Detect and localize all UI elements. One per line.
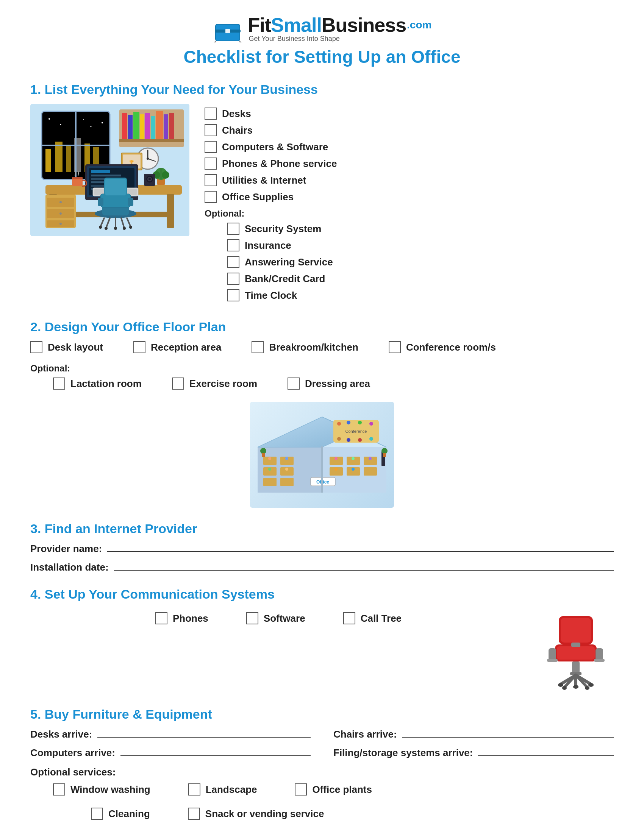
logo-text: FitSmallBusiness .com Get Your Business … [248, 15, 432, 43]
optional-services-row1: Window washing Landscape Office plants [53, 783, 614, 800]
svg-point-125 [369, 422, 373, 426]
chairs-arrive-line: Chairs arrive: [333, 728, 614, 740]
section3: 3. Find an Internet Provider Provider na… [30, 521, 614, 573]
svg-point-127 [347, 438, 350, 442]
svg-rect-81 [128, 198, 134, 206]
svg-rect-33 [119, 139, 184, 142]
svg-text:Conference: Conference [346, 429, 367, 434]
provider-label: Provider name: [30, 543, 102, 555]
svg-point-15 [48, 118, 50, 120]
svg-text:Office: Office [316, 479, 329, 485]
desk-illustration: 🏆 [30, 104, 189, 236]
svg-rect-104 [280, 478, 294, 486]
checkbox-bank[interactable] [227, 273, 240, 285]
checkbox-insurance[interactable] [227, 239, 240, 251]
item-landscape: Landscape [188, 783, 257, 796]
item-conference: Conference room/s [389, 341, 496, 353]
svg-rect-65 [72, 178, 82, 186]
optional-services-section: Optional services: Window washing Landsc… [30, 766, 614, 824]
svg-rect-56 [91, 175, 121, 177]
section2: 2. Design Your Office Floor Plan Desk la… [30, 320, 614, 508]
checkbox-computers[interactable] [204, 141, 217, 153]
section4-body: Phones Software Call Tree [30, 608, 614, 693]
item-lactation: Lactation room [53, 378, 142, 390]
item-utilities: Utilities & Internet [204, 174, 614, 186]
chairs-arrive-input[interactable] [402, 737, 614, 738]
checkbox-chairs[interactable] [204, 124, 217, 136]
page-title: Checklist for Setting Up an Office [184, 47, 460, 67]
svg-point-118 [335, 468, 338, 471]
item-software: Software [246, 612, 305, 624]
optional-services-group: Window washing Landscape Office plants C… [53, 783, 614, 824]
svg-rect-131 [321, 446, 323, 493]
logo-name: FitSmallBusiness [248, 15, 406, 35]
computers-arrive-line: Computers arrive: [30, 747, 311, 759]
checkbox-desk-layout[interactable] [30, 341, 42, 353]
computers-arrive-label: Computers arrive: [30, 747, 115, 759]
desks-arrive-input[interactable] [97, 737, 311, 738]
checkbox-cleaning[interactable] [91, 807, 103, 820]
checkbox-supplies[interactable] [204, 191, 217, 203]
computers-arrive-input[interactable] [121, 755, 311, 756]
svg-rect-32 [169, 113, 174, 140]
floor-illustration-wrap: Office [30, 402, 614, 508]
section2-heading: 2. Design Your Office Floor Plan [30, 320, 614, 334]
checkbox-desks[interactable] [204, 108, 217, 120]
svg-point-108 [285, 468, 288, 471]
svg-rect-156 [571, 643, 580, 647]
checkbox-window-washing[interactable] [53, 783, 65, 796]
checkbox-exercise[interactable] [172, 378, 184, 390]
svg-point-107 [268, 468, 271, 471]
logo-com: .com [407, 19, 431, 31]
section4-heading: 4. Set Up Your Communication Systems [30, 587, 614, 601]
checkbox-timeclock[interactable] [227, 289, 240, 301]
section2-main-items: Desk layout Reception area Breakroom/kit… [30, 341, 614, 358]
checkbox-dressing[interactable] [288, 378, 299, 390]
checkbox-phones-comm[interactable] [155, 612, 167, 624]
checkbox-security[interactable] [227, 223, 240, 235]
item-chairs: Chairs [204, 124, 614, 136]
checkbox-utilities[interactable] [204, 174, 217, 186]
item-snack-vending: Snack or vending service [188, 807, 324, 820]
item-answering: Answering Service [227, 256, 614, 268]
svg-rect-80 [98, 198, 103, 206]
svg-point-154 [562, 686, 567, 690]
checkbox-office-plants[interactable] [295, 783, 307, 796]
checkbox-breakroom[interactable] [251, 341, 264, 353]
svg-rect-134 [262, 453, 265, 457]
checkbox-answering[interactable] [227, 256, 240, 268]
svg-point-90 [105, 227, 108, 230]
svg-point-123 [347, 421, 350, 425]
checkbox-reception[interactable] [134, 341, 145, 353]
svg-point-91 [123, 227, 126, 230]
svg-point-132 [260, 448, 266, 454]
svg-rect-31 [164, 114, 168, 140]
item-window-washing: Window washing [53, 783, 150, 796]
svg-point-89 [129, 226, 132, 229]
item-breakroom: Breakroom/kitchen [251, 341, 358, 353]
chairs-arrive-label: Chairs arrive: [333, 728, 397, 740]
checkbox-landscape[interactable] [188, 783, 200, 796]
checkbox-calltree[interactable] [343, 612, 355, 624]
svg-rect-101 [263, 478, 277, 486]
section1: 1. List Everything Your Need for Your Bu… [30, 82, 614, 306]
svg-rect-12 [74, 138, 80, 172]
svg-rect-27 [140, 114, 144, 140]
svg-point-88 [114, 227, 117, 230]
svg-point-50 [60, 212, 62, 215]
section4-content: Phones Software Call Tree [30, 608, 526, 634]
checkbox-conference[interactable] [389, 341, 401, 353]
install-input[interactable] [114, 570, 614, 571]
svg-rect-26 [134, 112, 139, 140]
checkbox-snack-vending[interactable] [188, 807, 200, 820]
section1-optional-group: Security System Insurance Answering Serv… [227, 223, 614, 301]
checkbox-phones[interactable] [204, 158, 217, 170]
checkbox-software[interactable] [246, 612, 258, 624]
optional-label-2: Optional: [30, 363, 614, 374]
svg-point-105 [268, 457, 271, 460]
checkbox-lactation[interactable] [53, 378, 65, 390]
section3-heading: 3. Find an Internet Provider [30, 521, 614, 536]
item-cleaning: Cleaning [91, 807, 150, 820]
provider-input[interactable] [107, 551, 614, 552]
filing-arrive-input[interactable] [478, 755, 614, 756]
